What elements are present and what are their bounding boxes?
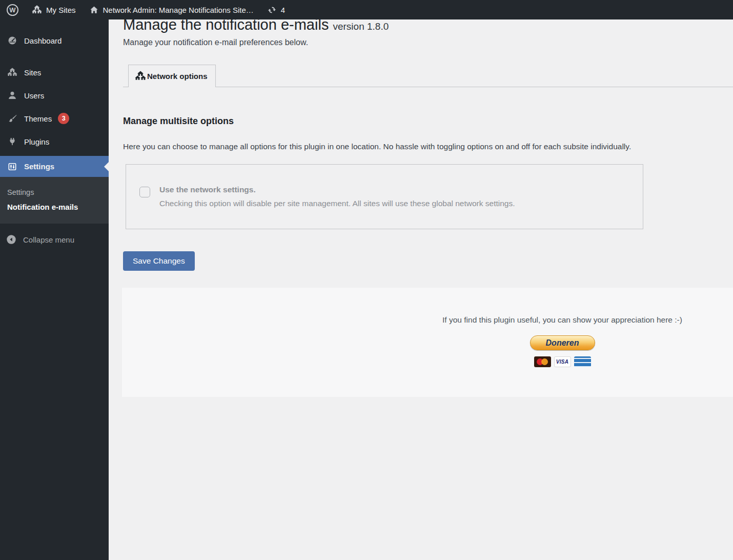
admin-menu: Dashboard Sites Users xyxy=(0,19,109,177)
plugin-version: version 1.8.0 xyxy=(333,21,389,32)
tab-network-options[interactable]: Network options xyxy=(128,65,216,87)
updates-refresh-icon xyxy=(267,5,277,15)
main-content: Manage the notification e-mails version … xyxy=(109,0,733,397)
option-description: Checking this option will disable per si… xyxy=(159,199,515,208)
donation-footer: If you find this plugin useful, you can … xyxy=(122,288,733,397)
sidebar-item-settings[interactable]: Settings xyxy=(0,156,109,177)
sidebar-item-dashboard[interactable]: Dashboard xyxy=(0,32,109,49)
sidebar-label: Settings xyxy=(24,162,54,171)
use-network-settings-checkbox[interactable] xyxy=(139,187,150,197)
donation-content: If you find this plugin useful, you can … xyxy=(391,288,733,367)
submenu-item-settings[interactable]: Settings xyxy=(0,185,109,199)
themes-update-badge: 3 xyxy=(58,113,69,124)
sidebar-label: Dashboard xyxy=(24,36,62,45)
sites-icon xyxy=(7,67,18,77)
sidebar-label: Themes xyxy=(24,114,52,123)
section-description: Here you can choose to manage all option… xyxy=(123,140,636,153)
admin-bar: W My Sites Network Admin: Manage Notific… xyxy=(0,0,733,19)
collapse-menu-button[interactable]: Collapse menu xyxy=(0,228,109,251)
payment-cards-row: VISA xyxy=(391,356,733,367)
settings-submenu: Settings Notification e-mails xyxy=(0,177,109,224)
mastercard-icon xyxy=(534,356,551,367)
sidebar-label: Sites xyxy=(24,68,41,77)
sidebar-item-themes[interactable]: Themes 3 xyxy=(0,110,109,127)
settings-icon xyxy=(7,162,18,172)
option-label: Use the network settings. xyxy=(159,183,515,196)
multisite-icon xyxy=(135,70,146,82)
amex-icon xyxy=(574,356,591,367)
home-icon xyxy=(89,5,99,15)
collapse-menu-label: Collapse menu xyxy=(23,235,74,244)
sidebar-label: Plugins xyxy=(24,137,49,146)
multisite-icon xyxy=(32,5,42,15)
updates-count: 4 xyxy=(281,6,285,14)
plugins-icon xyxy=(7,136,18,147)
donation-message: If you find this plugin useful, you can … xyxy=(391,315,733,325)
themes-icon xyxy=(7,113,18,124)
section-title: Manage multisite options xyxy=(123,116,733,127)
dashboard-icon xyxy=(7,35,18,46)
tab-label: Network options xyxy=(147,72,208,81)
sidebar-item-plugins[interactable]: Plugins xyxy=(0,133,109,150)
network-settings-option-box: Use the network settings. Checking this … xyxy=(126,164,643,229)
collapse-arrow-icon xyxy=(6,234,17,245)
save-changes-button[interactable]: Save Changes xyxy=(123,251,195,271)
updates-menu[interactable]: 4 xyxy=(260,0,292,19)
option-texts: Use the network settings. Checking this … xyxy=(159,183,515,210)
admin-sidebar: Dashboard Sites Users xyxy=(0,19,109,560)
paypal-donate-button[interactable]: Doneren xyxy=(530,335,595,350)
visa-icon: VISA xyxy=(554,356,571,367)
users-icon xyxy=(7,90,18,101)
sidebar-item-users[interactable]: Users xyxy=(0,87,109,104)
page-subtitle: Manage your notification e-mail preferen… xyxy=(123,38,733,47)
submenu-item-notification-emails[interactable]: Notification e-mails xyxy=(0,199,109,214)
wp-logo-menu[interactable]: W xyxy=(0,0,25,19)
sidebar-label: Users xyxy=(24,91,44,100)
sidebar-item-sites[interactable]: Sites xyxy=(0,64,109,81)
my-sites-menu[interactable]: My Sites xyxy=(25,0,83,19)
site-name-label: Network Admin: Manage Notifications Site… xyxy=(103,6,254,14)
my-sites-label: My Sites xyxy=(46,6,76,14)
site-name-menu[interactable]: Network Admin: Manage Notifications Site… xyxy=(83,0,260,19)
wordpress-logo-icon: W xyxy=(7,4,18,16)
tabs-bar: Network options xyxy=(123,64,733,87)
